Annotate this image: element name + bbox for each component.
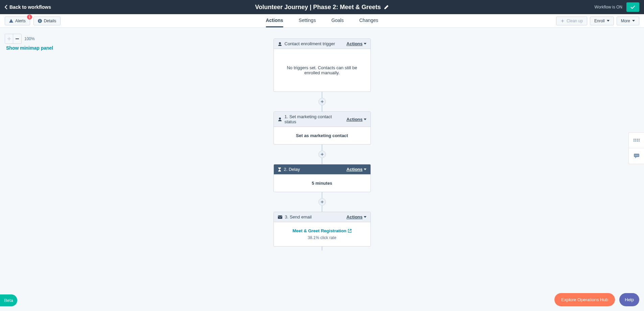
svg-rect-2 bbox=[40, 20, 40, 20]
trigger-actions-menu[interactable]: Actions bbox=[347, 41, 366, 46]
check-icon bbox=[630, 5, 635, 9]
svg-rect-13 bbox=[639, 140, 640, 141]
svg-rect-5 bbox=[278, 215, 282, 219]
alerts-button[interactable]: Alerts 1 bbox=[5, 17, 30, 25]
workflow-canvas[interactable]: 100% Show minimap panel Contact enrollme… bbox=[0, 28, 644, 311]
caret-down-icon bbox=[632, 20, 635, 22]
connector bbox=[322, 92, 322, 98]
step2-actions-menu[interactable]: Actions bbox=[347, 167, 366, 172]
right-rail bbox=[628, 132, 644, 164]
trigger-card[interactable]: Contact enrollment trigger Actions No tr… bbox=[273, 38, 371, 92]
tab-changes[interactable]: Changes bbox=[359, 14, 378, 27]
alerts-badge: 1 bbox=[27, 15, 32, 20]
tab-goals[interactable]: Goals bbox=[331, 14, 344, 27]
step1-body: Set as marketing contact bbox=[274, 127, 371, 144]
svg-point-16 bbox=[636, 155, 637, 156]
back-to-workflows-link[interactable]: Back to workflows bbox=[5, 4, 51, 10]
svg-rect-1 bbox=[40, 21, 40, 22]
click-rate: 38.1% click rate bbox=[279, 235, 365, 240]
details-label: Details bbox=[44, 19, 56, 23]
tab-settings[interactable]: Settings bbox=[299, 14, 316, 27]
step1-card[interactable]: 1. Set marketing contact status Actions … bbox=[273, 111, 371, 145]
connector bbox=[322, 158, 322, 164]
step2-header: 2. Delay Actions bbox=[274, 164, 371, 175]
pencil-icon bbox=[384, 5, 389, 9]
app-header: Back to workflows Volunteer Journey | Ph… bbox=[0, 0, 644, 14]
contact-icon bbox=[278, 117, 282, 121]
caret-down-icon bbox=[364, 169, 366, 170]
plus-icon bbox=[320, 200, 324, 204]
plus-icon bbox=[7, 37, 11, 41]
warning-icon bbox=[9, 19, 13, 23]
zoom-level: 100% bbox=[24, 36, 35, 41]
workflow-status: Workflow is ON bbox=[595, 5, 622, 9]
svg-rect-8 bbox=[637, 139, 638, 140]
comments-button[interactable] bbox=[629, 148, 644, 164]
svg-point-17 bbox=[638, 155, 638, 156]
back-label: Back to workflows bbox=[9, 4, 51, 10]
step2-body: 5 minutes bbox=[274, 175, 371, 192]
svg-point-3 bbox=[279, 42, 281, 44]
add-step-button[interactable] bbox=[318, 151, 326, 158]
email-link[interactable]: Meet & Greet Registration bbox=[292, 228, 352, 233]
tab-actions[interactable]: Actions bbox=[266, 14, 283, 27]
subheader-right: Clean up Enroll More bbox=[556, 17, 639, 25]
comment-icon bbox=[634, 154, 639, 158]
hourglass-icon bbox=[278, 167, 281, 172]
grid-icon bbox=[634, 139, 640, 142]
trigger-card-header: Contact enrollment trigger Actions bbox=[274, 39, 371, 49]
external-link-icon bbox=[348, 229, 352, 233]
connector bbox=[322, 206, 322, 212]
zoom-out-button[interactable] bbox=[13, 34, 21, 44]
header-right: Workflow is ON bbox=[595, 2, 639, 12]
zoom-in-button[interactable] bbox=[5, 34, 13, 44]
svg-rect-7 bbox=[635, 139, 636, 140]
step2-title: 2. Delay bbox=[284, 167, 344, 172]
workflow-on-toggle[interactable] bbox=[626, 2, 639, 12]
enroll-button[interactable]: Enroll bbox=[590, 17, 614, 25]
step3-card[interactable]: 3. Send email Actions Meet & Greet Regis… bbox=[273, 212, 371, 247]
edit-title-button[interactable] bbox=[384, 5, 389, 9]
enroll-label: Enroll bbox=[594, 19, 605, 23]
svg-point-4 bbox=[279, 118, 281, 120]
more-button[interactable]: More bbox=[617, 17, 639, 25]
subheader-left: Alerts 1 Details bbox=[5, 17, 61, 25]
connector bbox=[322, 145, 322, 151]
zoom-buttons bbox=[5, 34, 22, 44]
connector bbox=[322, 105, 322, 111]
explore-operations-hub-button[interactable]: Explore Operations Hub bbox=[554, 293, 615, 306]
help-button[interactable]: Help bbox=[619, 293, 639, 306]
details-button[interactable]: Details bbox=[33, 17, 61, 25]
envelope-icon bbox=[278, 215, 282, 219]
trigger-body: No triggers set. Contacts can still be e… bbox=[274, 49, 371, 92]
step3-body: Meet & Greet Registration 38.1% click ra… bbox=[274, 222, 371, 246]
step3-title: 3. Send email bbox=[285, 214, 344, 219]
svg-rect-12 bbox=[637, 140, 638, 141]
more-label: More bbox=[621, 19, 630, 23]
show-minimap-link[interactable]: Show minimap panel bbox=[6, 45, 53, 51]
tabs: Actions Settings Goals Changes bbox=[266, 14, 378, 27]
sparkle-icon bbox=[560, 19, 565, 23]
subheader: Alerts 1 Details Actions Settings Goals … bbox=[0, 14, 644, 28]
connector bbox=[322, 192, 322, 198]
caret-down-icon bbox=[364, 216, 366, 218]
step3-actions-menu[interactable]: Actions bbox=[347, 214, 366, 219]
svg-rect-6 bbox=[634, 139, 635, 140]
contact-icon bbox=[278, 42, 282, 46]
svg-point-15 bbox=[635, 155, 636, 156]
add-step-button[interactable] bbox=[318, 198, 326, 206]
caret-down-icon bbox=[364, 119, 366, 120]
step2-card[interactable]: 2. Delay Actions 5 minutes bbox=[273, 164, 371, 192]
minus-icon bbox=[16, 37, 19, 41]
minimap-toggle-button[interactable] bbox=[629, 133, 644, 148]
svg-rect-11 bbox=[635, 140, 636, 141]
add-step-button[interactable] bbox=[318, 98, 326, 105]
connector bbox=[322, 247, 322, 251]
cleanup-label: Clean up bbox=[567, 19, 583, 23]
beta-button[interactable]: Beta bbox=[0, 294, 17, 306]
step1-title: 1. Set marketing contact status bbox=[285, 114, 344, 124]
info-icon bbox=[38, 19, 42, 23]
cleanup-button[interactable]: Clean up bbox=[556, 17, 587, 25]
step1-actions-menu[interactable]: Actions bbox=[347, 117, 366, 122]
plus-icon bbox=[320, 153, 324, 156]
